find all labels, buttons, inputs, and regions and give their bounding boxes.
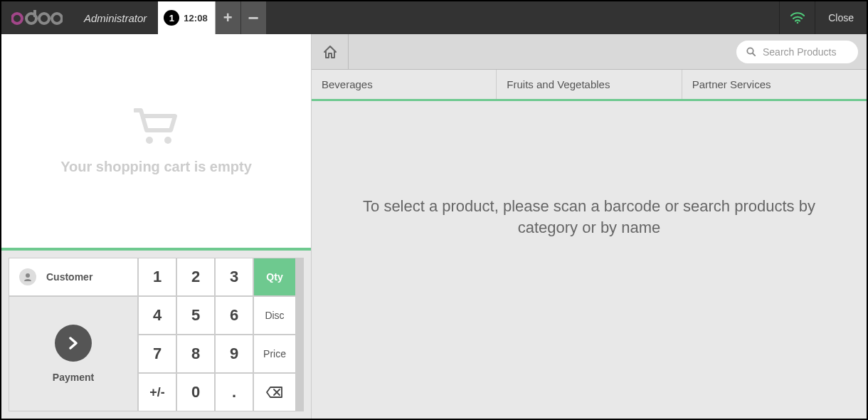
cart-empty-text: Your shopping cart is empty — [60, 159, 252, 175]
svg-line-10 — [753, 53, 756, 56]
category-beverages[interactable]: Beverages — [312, 70, 497, 99]
numpad-5[interactable]: 5 — [177, 297, 214, 334]
category-row: Beverages Fruits and Vegetables Partner … — [312, 70, 867, 101]
logo — [1, 1, 73, 34]
svg-point-7 — [164, 137, 171, 144]
numpad-2[interactable]: 2 — [177, 258, 214, 295]
mode-qty-button[interactable]: Qty — [254, 258, 295, 295]
username[interactable]: Administrator — [73, 1, 158, 34]
right-panel: Beverages Fruits and Vegetables Partner … — [312, 34, 867, 419]
cart-area: Your shopping cart is empty — [1, 34, 311, 248]
svg-point-3 — [39, 14, 49, 23]
order-number-badge: 1 — [164, 10, 179, 26]
numpad-9[interactable]: 9 — [216, 335, 253, 372]
left-panel: Your shopping cart is empty Customer 1 2… — [1, 34, 312, 419]
home-icon — [322, 45, 338, 59]
search-box[interactable] — [736, 41, 858, 63]
numpad-4[interactable]: 4 — [139, 297, 176, 334]
numpad-sign[interactable]: +/- — [139, 374, 176, 411]
numpad-0[interactable]: 0 — [177, 374, 214, 411]
odoo-logo-icon — [11, 10, 63, 26]
numpad-7[interactable]: 7 — [139, 335, 176, 372]
payment-button[interactable]: Payment — [9, 297, 137, 411]
product-hint-text: To select a product, please scan a barco… — [361, 196, 817, 238]
numpad-8[interactable]: 8 — [177, 335, 214, 372]
topbar: Administrator 1 12:08 + − Close — [1, 1, 867, 34]
svg-point-6 — [146, 137, 153, 144]
add-order-button[interactable]: + — [216, 1, 241, 34]
numpad-3[interactable]: 3 — [216, 258, 253, 295]
order-time: 12:08 — [184, 13, 207, 23]
search-icon — [746, 47, 756, 56]
customer-button[interactable]: Customer — [9, 258, 137, 295]
remove-order-button[interactable]: − — [241, 1, 267, 34]
cart-icon — [134, 107, 179, 149]
product-area: To select a product, please scan a barco… — [312, 101, 867, 419]
numpad-backspace[interactable] — [254, 374, 295, 411]
customer-label: Customer — [46, 271, 92, 283]
action-pad: Customer 1 2 3 Qty Payment 4 5 6 Disc 7 … — [1, 248, 311, 419]
numpad-dot[interactable]: . — [216, 374, 253, 411]
chevron-right-icon — [55, 325, 92, 362]
breadcrumb-row — [312, 34, 867, 70]
mode-disc-button[interactable]: Disc — [254, 297, 295, 334]
numpad-6[interactable]: 6 — [216, 297, 253, 334]
payment-label: Payment — [53, 372, 94, 383]
svg-point-8 — [26, 273, 30, 278]
close-button[interactable]: Close — [815, 1, 867, 34]
user-icon — [19, 268, 36, 285]
home-button[interactable] — [312, 34, 349, 69]
svg-rect-2 — [33, 10, 36, 17]
category-fruits-and-vegetables[interactable]: Fruits and Vegetables — [497, 70, 682, 99]
mode-price-button[interactable]: Price — [254, 335, 295, 372]
svg-point-5 — [796, 22, 798, 23]
svg-point-0 — [12, 14, 22, 23]
svg-point-4 — [52, 14, 62, 23]
order-tabs: 1 12:08 + − — [158, 1, 266, 34]
order-tab-active[interactable]: 1 12:08 — [158, 1, 215, 34]
search-input[interactable] — [763, 46, 848, 58]
backspace-icon — [266, 387, 283, 398]
category-partner-services[interactable]: Partner Services — [682, 70, 867, 99]
numpad-1[interactable]: 1 — [139, 258, 176, 295]
connection-status-icon — [779, 1, 815, 34]
